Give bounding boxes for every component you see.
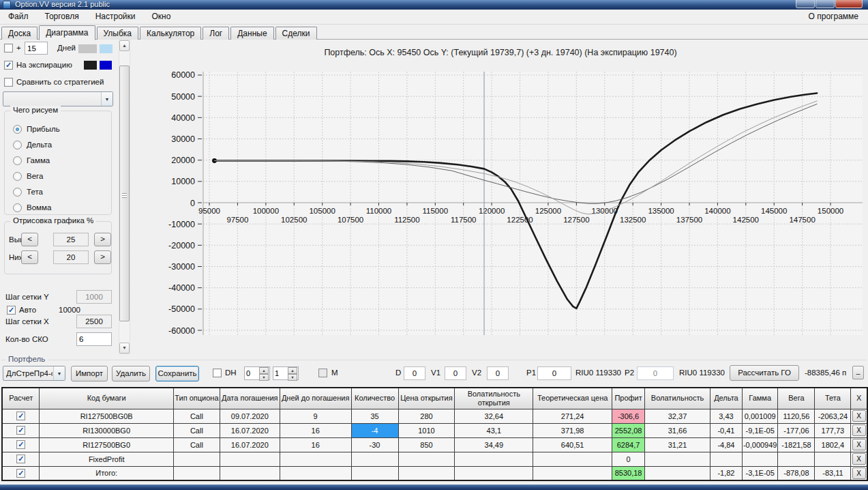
cell[interactable]: -306,6	[612, 409, 645, 423]
cell[interactable]: -30	[351, 437, 398, 452]
menu-item-about[interactable]: О программе	[803, 10, 864, 24]
row-calc-checkbox[interactable]	[16, 455, 25, 463]
days-input[interactable]	[25, 42, 48, 55]
v2-field[interactable]: 0	[487, 366, 509, 380]
delete-row-button[interactable]: X	[852, 453, 866, 465]
cell[interactable]: 1802,4	[815, 437, 851, 452]
column-header[interactable]: Тета	[815, 388, 851, 409]
cell[interactable]: -0,41	[710, 423, 742, 437]
cell[interactable]: Call	[173, 423, 220, 437]
delete-row-button[interactable]: X	[852, 439, 866, 450]
cell[interactable]	[280, 466, 351, 480]
below-decrease-button[interactable]: <	[21, 250, 38, 264]
cell[interactable]: -0,000949	[742, 437, 778, 452]
scroll-down-icon[interactable]: ▼	[119, 343, 130, 354]
menu-item-window[interactable]: Окно	[144, 10, 179, 24]
cell[interactable]: RI127500BG0	[40, 437, 174, 452]
row-calc-checkbox[interactable]	[16, 440, 25, 449]
below-increase-button[interactable]: >	[94, 250, 111, 264]
cell[interactable]: -9,1E-05	[742, 423, 778, 437]
cell[interactable]	[455, 452, 533, 466]
maximize-button[interactable]	[815, 0, 835, 8]
radio-option-4[interactable]: Тета	[13, 185, 111, 201]
cell[interactable]: -4	[351, 423, 398, 437]
strategy-select[interactable]: ▼	[3, 91, 113, 106]
cell[interactable]	[220, 452, 280, 466]
tab-doska[interactable]: Доска	[1, 27, 38, 40]
radio-option-3[interactable]: Вега	[13, 169, 111, 185]
tab-sdelki[interactable]: Сделки	[275, 27, 317, 40]
column-header[interactable]: Вега	[778, 388, 815, 409]
radio-option-2[interactable]: Гамма	[13, 154, 111, 169]
radio-option-1[interactable]: Дельта	[13, 138, 111, 154]
cell[interactable]: 16	[280, 423, 351, 437]
cell[interactable]: 0,001009	[742, 409, 778, 423]
p1-field[interactable]: 0	[537, 366, 571, 380]
cell[interactable]: -4,84	[710, 437, 742, 452]
spinner-arrows[interactable]: ▲▼	[259, 367, 269, 379]
cell[interactable]: 32,37	[645, 409, 710, 423]
scrollbar-thumb[interactable]	[119, 66, 130, 321]
radio-option-5[interactable]: Вомма	[13, 201, 111, 216]
scroll-up-icon[interactable]: ▲	[119, 40, 130, 51]
import-button[interactable]: Импорт	[71, 366, 108, 381]
cell[interactable]: 31,66	[645, 423, 710, 437]
cell[interactable]: FixedProfit	[40, 452, 174, 466]
cell[interactable]: RI127500BG0B	[40, 409, 174, 423]
cell[interactable]: 9	[280, 409, 351, 423]
cell[interactable]: -3,1E-05	[742, 466, 778, 480]
cell[interactable]	[173, 452, 220, 466]
column-header[interactable]: Дельта	[710, 388, 742, 409]
cell[interactable]: 271,24	[533, 409, 612, 423]
close-button[interactable]	[835, 0, 863, 8]
cell[interactable]	[220, 466, 280, 480]
cell[interactable]	[398, 466, 455, 480]
cell[interactable]: 177,73	[815, 423, 851, 437]
column-header[interactable]: Код бумаги	[40, 388, 174, 409]
d-field[interactable]: 0	[404, 366, 425, 380]
tab-log[interactable]: Лог	[203, 27, 229, 40]
delete-row-button[interactable]: X	[852, 424, 866, 436]
cell[interactable]: 16	[280, 437, 351, 452]
tab-ulybka[interactable]: Улыбка	[97, 27, 139, 40]
cell[interactable]: 280	[398, 409, 455, 423]
plus-days-checkbox[interactable]	[4, 44, 13, 53]
spin-up-icon[interactable]: ▲	[259, 367, 269, 374]
expiration-checkbox[interactable]	[4, 61, 13, 70]
cell[interactable]: 1120,56	[778, 409, 815, 423]
cell[interactable]: RI130000BG0	[40, 423, 174, 437]
cell[interactable]: 0	[612, 452, 645, 466]
cell[interactable]: 2552,08	[612, 423, 645, 437]
above-decrease-button[interactable]: <	[21, 233, 38, 246]
spin-down-icon[interactable]: ▼	[259, 374, 269, 381]
column-header[interactable]: Волатильность открытия	[455, 388, 533, 409]
dh-spinner-1[interactable]: ▲▼	[244, 366, 270, 380]
cell[interactable]	[455, 466, 533, 480]
cell[interactable]: 6284,7	[612, 437, 645, 452]
minimize-button[interactable]	[796, 0, 815, 8]
cell[interactable]: 43,1	[455, 423, 533, 437]
dh-spinner-2[interactable]: ▲▼	[273, 366, 299, 380]
cell[interactable]	[533, 452, 612, 466]
cell[interactable]	[351, 452, 398, 466]
spinner-arrows[interactable]: ▲▼	[288, 367, 297, 379]
delete-row-button[interactable]: X	[852, 467, 866, 479]
above-value[interactable]: 25	[53, 233, 89, 246]
grid-step-x-value[interactable]: 2500	[76, 315, 112, 328]
above-increase-button[interactable]: >	[94, 233, 111, 246]
sidebar-scrollbar[interactable]: ▲ ▼	[119, 40, 130, 354]
row-calc-checkbox[interactable]	[16, 412, 25, 420]
cell[interactable]	[280, 452, 351, 466]
cell[interactable]: -2063,24	[815, 409, 851, 423]
cell[interactable]: -1,82	[710, 466, 742, 480]
cell[interactable]	[778, 452, 815, 466]
v1-field[interactable]: 0	[445, 366, 466, 380]
tab-dannye[interactable]: Данные	[230, 27, 273, 40]
delete-row-button[interactable]: X	[852, 410, 866, 422]
column-header[interactable]: Гамма	[742, 388, 778, 409]
below-value[interactable]: 20	[53, 250, 89, 264]
cell[interactable]: 09.07.2020	[220, 409, 280, 423]
menu-item-file[interactable]: Файл	[0, 10, 37, 24]
cell[interactable]: Call	[173, 409, 220, 423]
tab-diagramma[interactable]: Диаграмма	[39, 25, 95, 40]
